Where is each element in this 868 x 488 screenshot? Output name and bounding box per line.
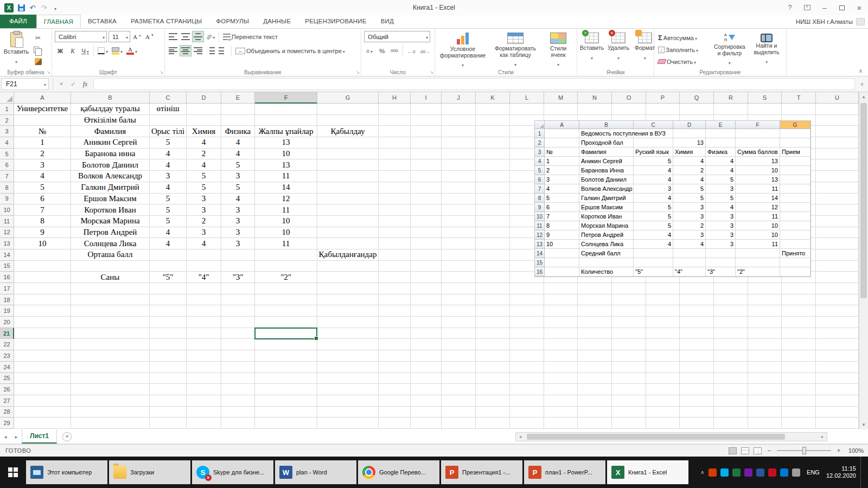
grid-cell[interactable] xyxy=(646,373,680,384)
grid-cell[interactable]: 3 xyxy=(221,171,255,182)
percent-style-button[interactable]: % xyxy=(376,46,387,56)
taskbar-item[interactable]: Презентация1 -... xyxy=(441,460,522,484)
scroll-right-icon[interactable]: ▸ xyxy=(818,434,827,439)
column-header-J[interactable]: J xyxy=(442,92,476,104)
grid-cell[interactable] xyxy=(411,137,442,149)
grid-cell[interactable] xyxy=(411,204,442,216)
grid-cell[interactable] xyxy=(578,317,612,328)
grid-cell[interactable] xyxy=(612,339,646,350)
grid-cell[interactable] xyxy=(816,137,859,149)
grid-cell[interactable] xyxy=(14,350,71,362)
grid-cell[interactable] xyxy=(379,317,411,328)
grid-cell[interactable] xyxy=(411,339,442,350)
grid-cell[interactable] xyxy=(71,384,150,395)
grid-cell[interactable]: 3 xyxy=(187,204,221,216)
grid-cell[interactable] xyxy=(816,384,859,395)
grid-cell[interactable] xyxy=(187,283,221,294)
grid-cell[interactable] xyxy=(150,283,187,294)
grid-cell[interactable] xyxy=(411,350,442,362)
grid-cell[interactable] xyxy=(187,384,221,395)
grid-cell[interactable] xyxy=(442,305,476,317)
embedded-picture[interactable]: ABCDEFG1Ведомость поступления в ВУЗ2Прох… xyxy=(534,120,811,277)
grid-cell[interactable]: 3 xyxy=(14,159,71,171)
column-header-F[interactable]: F xyxy=(255,92,317,104)
grid-cell[interactable] xyxy=(411,384,442,395)
grid-cell[interactable] xyxy=(612,362,646,373)
grid-cell[interactable]: 4 xyxy=(187,159,221,171)
grid-cell[interactable] xyxy=(476,115,510,126)
grid-cell[interactable] xyxy=(317,216,379,227)
grid-cell[interactable] xyxy=(150,328,187,339)
grid-cell[interactable] xyxy=(680,317,714,328)
grid-cell[interactable] xyxy=(255,283,317,294)
grid-cell[interactable] xyxy=(510,283,544,294)
grid-cell[interactable] xyxy=(71,407,150,418)
column-header-D[interactable]: D xyxy=(187,92,221,104)
taskbar-clock[interactable]: 11:15 12.02.2020 xyxy=(826,465,856,479)
grid-cell[interactable] xyxy=(14,261,71,272)
grid-cell[interactable] xyxy=(442,204,476,216)
taskbar-item[interactable]: Загрузки xyxy=(109,460,190,484)
grid-cell[interactable] xyxy=(510,294,544,306)
grid-cell[interactable] xyxy=(379,294,411,306)
row-header[interactable]: 16 xyxy=(0,272,14,283)
grid-cell[interactable]: Химия xyxy=(187,126,221,137)
grid-cell[interactable] xyxy=(317,339,379,350)
grid-cell[interactable]: 13 xyxy=(255,137,317,149)
italic-button[interactable]: К xyxy=(67,46,78,56)
grid-cell[interactable] xyxy=(442,249,476,261)
grid-cell[interactable] xyxy=(379,159,411,171)
row-header[interactable]: 8 xyxy=(0,182,14,194)
grid-cell[interactable] xyxy=(317,261,379,272)
grid-cell[interactable]: 4 xyxy=(150,227,187,239)
align-bottom-button[interactable] xyxy=(193,31,203,42)
grid-cell[interactable] xyxy=(221,249,255,261)
grid-cell[interactable] xyxy=(71,305,150,317)
grid-cell[interactable] xyxy=(816,317,859,328)
grid-cell[interactable] xyxy=(14,395,71,407)
column-header-B[interactable]: B xyxy=(71,92,150,104)
row-header[interactable]: 25 xyxy=(0,373,14,384)
borders-button[interactable] xyxy=(97,46,109,56)
grid-cell[interactable] xyxy=(578,305,612,317)
grid-cell[interactable] xyxy=(816,104,859,115)
grid-cell[interactable] xyxy=(14,294,71,306)
grid-cell[interactable] xyxy=(71,373,150,384)
collapse-ribbon-button[interactable] xyxy=(859,68,863,74)
grid-cell[interactable] xyxy=(544,317,578,328)
grid-cell[interactable] xyxy=(442,362,476,373)
grid-cell[interactable] xyxy=(379,283,411,294)
grid-cell[interactable] xyxy=(646,418,680,429)
grid-cell[interactable] xyxy=(578,418,612,429)
copy-button[interactable] xyxy=(33,44,43,55)
grid-cell[interactable] xyxy=(411,249,442,261)
grid-cell[interactable] xyxy=(221,317,255,328)
grid-cell[interactable] xyxy=(442,115,476,126)
grid-cell[interactable] xyxy=(379,261,411,272)
grid-cell[interactable] xyxy=(544,418,578,429)
grid-cell[interactable] xyxy=(782,305,816,317)
grid-cell[interactable] xyxy=(317,418,379,429)
tab-formulas[interactable]: ФОРМУЛЫ xyxy=(209,15,256,28)
grid-cell[interactable] xyxy=(476,227,510,239)
grid-cell[interactable] xyxy=(411,126,442,137)
grid-cell[interactable]: Орташа балл xyxy=(71,249,150,261)
grid-cell[interactable] xyxy=(782,384,816,395)
grid-cell[interactable] xyxy=(578,104,612,115)
grid-cell[interactable] xyxy=(578,384,612,395)
row-header[interactable]: 12 xyxy=(0,227,14,239)
grid-cell[interactable] xyxy=(544,104,578,115)
grid-cell[interactable] xyxy=(714,339,748,350)
grid-cell[interactable]: 3 xyxy=(187,194,221,205)
fill-color-button[interactable] xyxy=(111,46,124,56)
grid-cell[interactable] xyxy=(476,317,510,328)
grid-cell[interactable]: қабылдау туралы xyxy=(71,104,150,115)
grid-cell[interactable] xyxy=(510,384,544,395)
horizontal-scroll-track[interactable] xyxy=(525,433,818,441)
grid-cell[interactable] xyxy=(816,238,859,249)
grid-cell[interactable] xyxy=(748,384,782,395)
grid-cell[interactable] xyxy=(816,305,859,317)
grid-cell[interactable]: Қабылданғандар xyxy=(317,249,379,261)
grid-cell[interactable] xyxy=(221,384,255,395)
orientation-button[interactable] xyxy=(205,31,216,42)
